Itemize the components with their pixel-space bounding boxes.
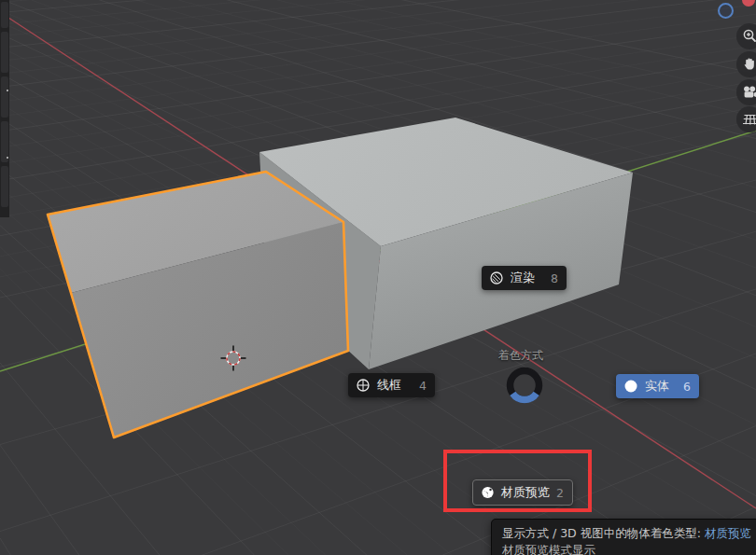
shading-mode-label: 着色方式 [486, 348, 555, 364]
pie-center-indicator [503, 365, 546, 408]
tool-expand-dot [7, 157, 8, 159]
pan-button[interactable] [736, 51, 756, 77]
blender-viewport-window: 渲染 8 线框 4 实体 6 材质预览 2 着色方式 [0, 0, 756, 555]
camera-view-icon [740, 83, 756, 102]
toggle-ortho-button[interactable] [736, 106, 756, 132]
tooltip-line1-label: 显示方式 / 3D 视图中的物体着色类型: [502, 526, 705, 540]
solid-sphere-icon [623, 379, 638, 394]
shortcut-key: 4 [419, 379, 427, 393]
pie-item-solid[interactable]: 实体 6 [616, 374, 699, 398]
annotation-rectangle [443, 450, 592, 512]
toolbar-edge[interactable] [0, 0, 9, 217]
pie-item-render[interactable]: 渲染 8 [482, 266, 567, 290]
viewport-canvas[interactable] [0, 0, 756, 555]
tool-expand-dot [7, 90, 8, 91]
zoom-icon [740, 27, 756, 46]
tool-button[interactable] [1, 2, 8, 28]
zoom-button[interactable] [736, 23, 756, 49]
camera-view-button[interactable] [736, 79, 756, 105]
tool-button[interactable] [1, 166, 8, 207]
pie-item-label: 线框 [377, 377, 401, 394]
tooltip-line1: 显示方式 / 3D 视图中的物体着色类型: 材质预览 [502, 525, 751, 542]
tool-button[interactable] [1, 76, 8, 118]
ortho-grid-icon [740, 110, 756, 129]
pan-hand-icon [740, 55, 756, 74]
pie-item-label: 渲染 [511, 270, 535, 286]
selected-cube[interactable] [48, 172, 348, 437]
pie-item-wireframe[interactable]: 线框 4 [348, 373, 435, 397]
wireframe-sphere-icon [356, 378, 371, 393]
tooltip: 显示方式 / 3D 视图中的物体着色类型: 材质预览 材质预览模式显示 [491, 519, 756, 555]
axis-ball-blue-icon[interactable] [718, 3, 734, 19]
tool-button[interactable] [1, 32, 8, 73]
shortcut-key: 8 [551, 271, 558, 285]
pie-item-label: 实体 [645, 378, 669, 395]
tooltip-line2: 材质预览模式显示 [502, 542, 751, 555]
tooltip-line1-value: 材质预览 [705, 526, 751, 540]
shortcut-key: 6 [683, 380, 691, 394]
render-sphere-icon [489, 271, 504, 285]
